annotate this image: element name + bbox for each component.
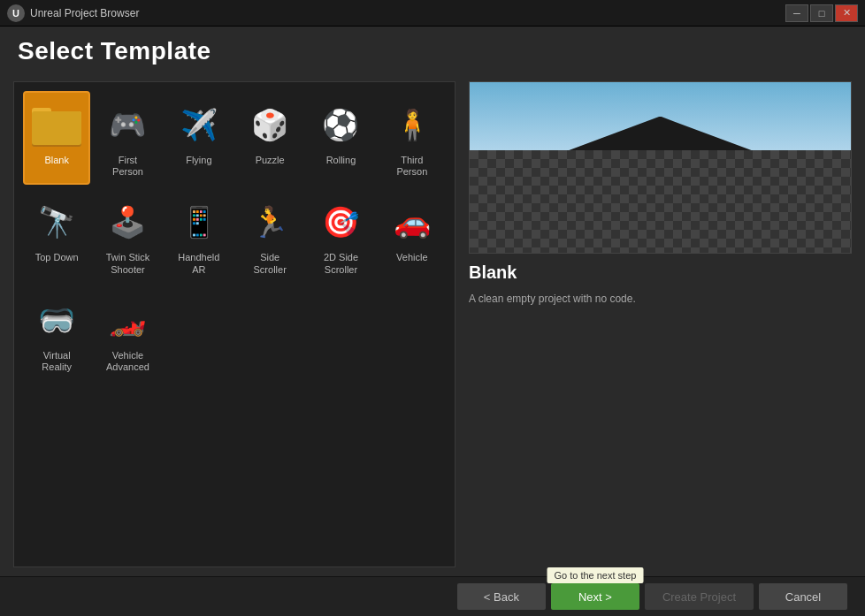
template-label-puzzle: Puzzle <box>256 155 285 166</box>
template-icon-blank <box>30 98 83 151</box>
create-project-button: Create Project <box>645 583 754 610</box>
back-button[interactable]: < Back <box>457 583 546 610</box>
cancel-button[interactable]: Cancel <box>759 583 847 610</box>
close-button[interactable]: ✕ <box>835 4 858 22</box>
template-item-handheld-ar[interactable]: 📱Handheld AR <box>165 188 233 282</box>
template-item-flying[interactable]: ✈️Flying <box>165 91 233 185</box>
template-label-virtual-reality: Virtual Reality <box>42 350 72 373</box>
template-icon-first-person: 🎮 <box>101 98 154 151</box>
next-button[interactable]: Next > <box>551 583 639 610</box>
template-icon-flying: ✈️ <box>172 98 226 151</box>
template-item-twin-stick[interactable]: 🕹️Twin Stick Shooter <box>94 188 161 282</box>
template-icon-twin-stick: 🕹️ <box>101 195 154 248</box>
template-icon-puzzle: 🎲 <box>243 98 296 151</box>
template-label-blank: Blank <box>44 155 69 166</box>
template-icon-virtual-reality: 🥽 <box>30 293 83 346</box>
template-item-top-down[interactable]: 🔭Top Down <box>23 188 90 282</box>
main-content: Select Template Blank🎮First Person✈️Flyi… <box>0 27 865 616</box>
titlebar-left: U Unreal Project Browser <box>7 4 139 22</box>
window-title: Unreal Project Browser <box>30 7 139 19</box>
template-item-blank[interactable]: Blank <box>23 91 90 185</box>
svg-rect-3 <box>32 111 81 145</box>
preview-image <box>469 81 852 254</box>
page-title: Select Template <box>18 37 847 65</box>
template-icon-vehicle: 🚗 <box>386 195 439 248</box>
template-item-side-scroller[interactable]: 🏃Side Scroller <box>236 188 303 282</box>
template-label-handheld-ar: Handheld AR <box>178 252 219 275</box>
template-label-vehicle-advanced: Vehicle Advanced <box>106 350 149 373</box>
template-item-rolling[interactable]: ⚽Rolling <box>307 91 374 185</box>
template-item-puzzle[interactable]: 🎲Puzzle <box>236 91 303 185</box>
template-item-first-person[interactable]: 🎮First Person <box>94 91 161 185</box>
template-label-side-scroller: Side Scroller <box>254 252 287 275</box>
minimize-button[interactable]: ─ <box>785 4 808 22</box>
preview-description: A clean empty project with no code. <box>469 292 852 307</box>
titlebar: U Unreal Project Browser ─ □ ✕ <box>0 0 865 27</box>
template-label-2d-side: 2D Side Scroller <box>324 252 358 275</box>
template-grid: Blank🎮First Person✈️Flying🎲Puzzle⚽Rollin… <box>23 91 446 380</box>
template-label-third-person: Third Person <box>396 155 427 178</box>
template-label-vehicle: Vehicle <box>396 252 427 263</box>
app-logo: U <box>7 4 25 22</box>
template-icon-third-person: 🧍 <box>386 98 439 151</box>
template-item-virtual-reality[interactable]: 🥽Virtual Reality <box>23 286 90 380</box>
content-area: Blank🎮First Person✈️Flying🎲Puzzle⚽Rollin… <box>0 72 865 576</box>
next-button-container: Next > Go to the next step <box>551 583 639 610</box>
template-item-2d-side[interactable]: 🎯2D Side Scroller <box>307 188 374 282</box>
template-icon-2d-side: 🎯 <box>314 195 367 248</box>
preview-panel: Blank A clean empty project with no code… <box>469 81 852 567</box>
preview-title: Blank <box>469 262 852 283</box>
template-icon-top-down: 🔭 <box>30 195 83 248</box>
template-label-top-down: Top Down <box>35 252 79 263</box>
template-label-flying: Flying <box>186 155 211 166</box>
template-label-first-person: First Person <box>112 155 143 178</box>
template-item-vehicle-advanced[interactable]: 🏎️Vehicle Advanced <box>94 286 161 380</box>
template-icon-vehicle-advanced: 🏎️ <box>101 293 154 346</box>
template-item-third-person[interactable]: 🧍Third Person <box>379 91 446 185</box>
template-icon-rolling: ⚽ <box>314 98 367 151</box>
preview-floor <box>470 150 851 253</box>
template-panel: Blank🎮First Person✈️Flying🎲Puzzle⚽Rollin… <box>13 81 455 567</box>
template-icon-side-scroller: 🏃 <box>243 195 296 248</box>
bottom-bar: < Back Next > Go to the next step Create… <box>0 576 865 616</box>
template-item-vehicle[interactable]: 🚗Vehicle <box>379 188 446 282</box>
template-icon-handheld-ar: 📱 <box>172 195 226 248</box>
template-label-rolling: Rolling <box>326 155 356 166</box>
page-header: Select Template <box>0 27 865 72</box>
restore-button[interactable]: □ <box>810 4 833 22</box>
window-controls: ─ □ ✕ <box>785 4 858 22</box>
template-label-twin-stick: Twin Stick Shooter <box>106 252 150 275</box>
